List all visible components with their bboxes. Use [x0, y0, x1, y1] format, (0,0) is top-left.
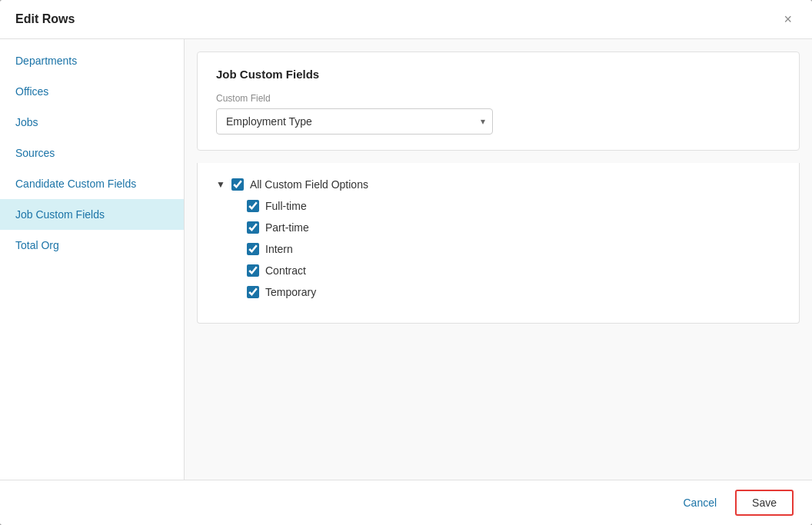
sidebar-item-candidate-custom-fields[interactable]: Candidate Custom Fields: [0, 168, 184, 199]
section-title: Job Custom Fields: [216, 68, 780, 81]
checkbox-row-temporary: Temporary: [216, 286, 780, 298]
checkbox-label-parttime: Part-time: [265, 221, 309, 234]
checkbox-row-parttime: Part-time: [216, 221, 780, 234]
checkbox-row-contract: Contract: [216, 264, 780, 277]
checkbox-list: Full-timePart-timeInternContractTemporar…: [216, 200, 780, 298]
sidebar-item-offices[interactable]: Offices: [0, 76, 184, 107]
checkbox-intern[interactable]: [247, 243, 259, 255]
checkbox-contract[interactable]: [247, 264, 259, 277]
checkbox-parttime[interactable]: [247, 221, 259, 234]
section-panel: Job Custom Fields Custom Field Employmen…: [197, 52, 800, 151]
sidebar-item-sources[interactable]: Sources: [0, 138, 184, 168]
checkbox-label-fulltime: Full-time: [265, 200, 307, 212]
close-button[interactable]: ×: [779, 11, 797, 28]
sidebar-item-job-custom-fields[interactable]: Job Custom Fields: [0, 199, 184, 230]
options-panel: ▼ All Custom Field Options Full-timePart…: [197, 163, 800, 324]
modal-body: DepartmentsOfficesJobsSourcesCandidate C…: [0, 39, 812, 480]
select-wrapper: Employment Type ▾: [216, 108, 493, 135]
modal-title: Edit Rows: [15, 12, 75, 26]
cancel-button[interactable]: Cancel: [674, 490, 726, 515]
modal-header: Edit Rows ×: [0, 0, 812, 39]
field-label: Custom Field: [216, 93, 780, 104]
checkbox-label-contract: Contract: [265, 264, 306, 277]
save-button[interactable]: Save: [735, 490, 794, 516]
sidebar-item-departments[interactable]: Departments: [0, 45, 184, 76]
checkbox-label-intern: Intern: [265, 243, 293, 255]
all-options-label: All Custom Field Options: [250, 178, 368, 191]
all-options-checkbox[interactable]: [231, 178, 244, 191]
checkbox-row-intern: Intern: [216, 243, 780, 255]
modal-footer: Cancel Save: [0, 480, 812, 525]
checkbox-row-fulltime: Full-time: [216, 200, 780, 212]
sidebar-item-jobs[interactable]: Jobs: [0, 107, 184, 138]
edit-rows-modal: Edit Rows × DepartmentsOfficesJobsSource…: [0, 0, 812, 525]
main-content: Job Custom Fields Custom Field Employmen…: [185, 39, 812, 480]
checkbox-label-temporary: Temporary: [265, 286, 316, 298]
all-options-row: ▼ All Custom Field Options: [216, 178, 780, 191]
chevron-down-icon[interactable]: ▼: [216, 179, 225, 190]
checkbox-temporary[interactable]: [247, 286, 259, 298]
sidebar-item-total-org[interactable]: Total Org: [0, 230, 184, 261]
sidebar: DepartmentsOfficesJobsSourcesCandidate C…: [0, 39, 185, 480]
checkbox-fulltime[interactable]: [247, 200, 259, 212]
custom-field-select[interactable]: Employment Type: [216, 108, 493, 135]
